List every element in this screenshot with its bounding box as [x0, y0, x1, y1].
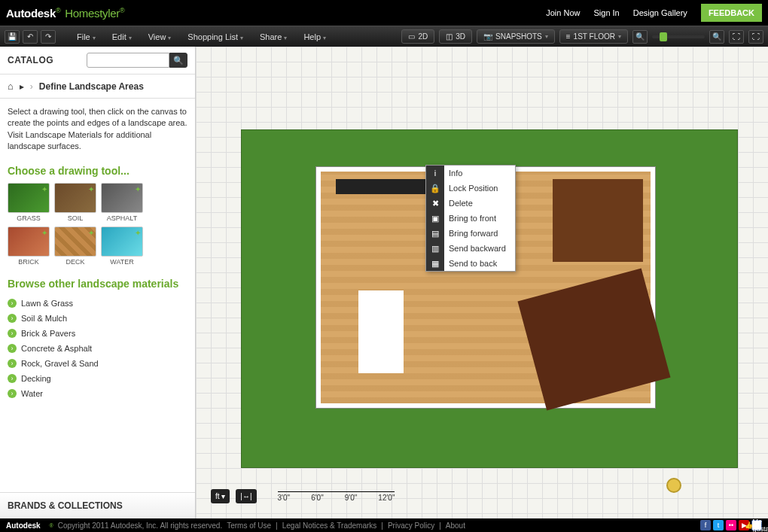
material-label: Lawn & Grass — [21, 299, 73, 308]
context-icon: ▦ — [426, 256, 444, 271]
brand-product: Homestyler — [65, 7, 120, 20]
context-send-to-back[interactable]: ▦Send to back — [426, 256, 515, 271]
context-bring-forward[interactable]: ▤Bring forward — [426, 226, 515, 241]
mode-2d-button[interactable]: ▭ 2D — [401, 29, 434, 44]
context-label: Bring forward — [449, 229, 498, 238]
compass-icon[interactable] — [666, 478, 681, 493]
context-icon: ▤ — [426, 226, 444, 241]
material-item[interactable]: ›Water — [8, 386, 187, 401]
flickr-icon[interactable]: •• — [726, 520, 736, 530]
feedback-button[interactable]: FEEDBACK — [701, 4, 762, 22]
fit-icon[interactable]: ⛶ — [729, 30, 744, 44]
menu-items: File▾ Edit▾ View▾ Shopping List▾ Share▾ … — [69, 29, 334, 44]
tool-grid: GRASSSOILASPHALTBRICKDECKWATER — [0, 180, 195, 273]
context-bring-to-front[interactable]: ▣Bring to front — [426, 211, 515, 226]
menu-edit[interactable]: Edit▾ — [105, 29, 139, 44]
context-icon: ▣ — [426, 211, 444, 226]
menu-share[interactable]: Share▾ — [252, 29, 294, 44]
undo-icon[interactable]: ↶ — [23, 30, 38, 44]
tool-thumb — [54, 226, 96, 257]
brands-collections-header[interactable]: BRANDS & COLLECTIONS — [0, 492, 195, 518]
material-item[interactable]: ›Concrete & Asphalt — [8, 341, 187, 356]
bullet-icon: › — [8, 329, 17, 338]
context-icon: ▥ — [426, 241, 444, 256]
ruler-scale: 3'0" 6'0" 9'0" 12'0" — [278, 491, 395, 502]
search-button[interactable]: 🔍 — [169, 53, 187, 68]
context-icon: i — [426, 166, 444, 181]
footer-brand: Autodesk — [6, 521, 41, 530]
dining-table[interactable] — [358, 290, 404, 373]
footer-about[interactable]: About — [446, 521, 465, 530]
material-item[interactable]: ›Rock, Gravel & Sand — [8, 356, 187, 371]
zoom-out-icon[interactable]: 🔍 — [632, 30, 648, 44]
menu-view[interactable]: View▾ — [141, 29, 179, 44]
context-label: Lock Position — [449, 184, 498, 193]
context-lock-position[interactable]: 🔒Lock Position — [426, 181, 515, 196]
search-input[interactable] — [87, 53, 169, 68]
zoom-in-icon[interactable]: 🔍 — [709, 30, 724, 44]
menu-help[interactable]: Help▾ — [296, 29, 334, 44]
facebook-icon[interactable]: f — [700, 520, 711, 530]
material-item[interactable]: ›Lawn & Grass — [8, 296, 187, 311]
context-info[interactable]: iInfo — [426, 166, 515, 181]
sign-in-link[interactable]: Sign In — [593, 8, 619, 17]
save-icon[interactable]: 💾 — [5, 30, 20, 44]
footer: Autodesk® Copyright 2011 Autodesk, Inc. … — [0, 518, 768, 532]
context-menu: iInfo🔒Lock Position✖Delete▣Bring to fron… — [425, 165, 516, 272]
floor-select[interactable]: ≡ 1ST FLOOR▾ — [559, 29, 628, 44]
ruler-measure-button[interactable]: |↔| — [236, 489, 256, 503]
bullet-icon: › — [8, 299, 17, 308]
tool-deck[interactable]: DECK — [54, 226, 96, 266]
bullet-icon: › — [8, 359, 17, 368]
menu-file[interactable]: File▾ — [69, 29, 103, 44]
catalog-title: CATALOG — [8, 55, 53, 65]
ruler: ft ▾ |↔| 3'0" 6'0" 9'0" 12'0" — [211, 489, 395, 503]
design-gallery-link[interactable]: Design Gallery — [633, 8, 687, 17]
choose-tool-title: Choose a drawing tool... — [0, 160, 195, 180]
tool-soil[interactable]: SOIL — [54, 183, 96, 222]
twitter-icon[interactable]: t — [713, 520, 724, 530]
footer-legal[interactable]: Legal Notices & Trademarks — [282, 521, 377, 530]
home-icon[interactable]: ⌂ — [8, 81, 14, 92]
snapshots-button[interactable]: 📷 SNAPSHOTS▾ — [477, 29, 555, 44]
tool-label: SOIL — [54, 214, 96, 222]
zoom-slider[interactable] — [652, 35, 705, 38]
ruler-unit-button[interactable]: ft ▾ — [211, 489, 230, 503]
material-label: Water — [21, 389, 43, 398]
canvas[interactable]: iInfo🔒Lock Position✖Delete▣Bring to fron… — [196, 47, 768, 518]
fullscreen-icon[interactable]: ⛶ — [748, 30, 763, 44]
topbar: Autodesk® Homestyler® Join Now Sign In D… — [0, 0, 768, 26]
breadcrumb-current: Define Landscape Areas — [39, 81, 144, 92]
brand: Autodesk® Homestyler® — [6, 7, 124, 20]
bullet-icon: › — [8, 314, 17, 323]
context-label: Send to back — [449, 259, 497, 268]
material-item[interactable]: ›Soil & Mulch — [8, 311, 187, 326]
rug-bottom[interactable] — [517, 269, 670, 411]
rug-top[interactable] — [553, 179, 643, 262]
context-icon: 🔒 — [426, 181, 444, 196]
menu-shopping-list[interactable]: Shopping List▾ — [180, 29, 251, 44]
context-label: Info — [449, 169, 462, 178]
context-label: Send backward — [449, 244, 506, 253]
tool-brick[interactable]: BRICK — [8, 226, 50, 266]
instructions-text: Select a drawing tool, then click on the… — [0, 99, 195, 160]
material-item[interactable]: ›Brick & Pavers — [8, 326, 187, 341]
browse-materials-title: Browse other landscape materials — [0, 273, 195, 293]
tool-label: DECK — [54, 258, 96, 266]
material-label: Soil & Mulch — [21, 314, 67, 323]
like-button[interactable]: 👍 Me gusta — [751, 520, 762, 530]
tool-water[interactable]: WATER — [101, 226, 143, 266]
tool-thumb — [8, 183, 50, 213]
join-now-link[interactable]: Join Now — [546, 8, 580, 17]
context-send-backward[interactable]: ▥Send backward — [426, 241, 515, 256]
redo-icon[interactable]: ↷ — [41, 30, 56, 44]
footer-terms[interactable]: Terms of Use — [227, 521, 271, 530]
tool-asphalt[interactable]: ASPHALT — [101, 183, 143, 222]
mode-3d-button[interactable]: ◫ 3D — [439, 29, 472, 44]
material-item[interactable]: ›Decking — [8, 371, 187, 386]
tool-label: WATER — [101, 258, 143, 266]
context-delete[interactable]: ✖Delete — [426, 196, 515, 211]
footer-copyright: Copyright 2011 Autodesk, Inc. All rights… — [58, 521, 222, 530]
tool-grass[interactable]: GRASS — [8, 183, 50, 222]
footer-privacy[interactable]: Privacy Policy — [388, 521, 434, 530]
